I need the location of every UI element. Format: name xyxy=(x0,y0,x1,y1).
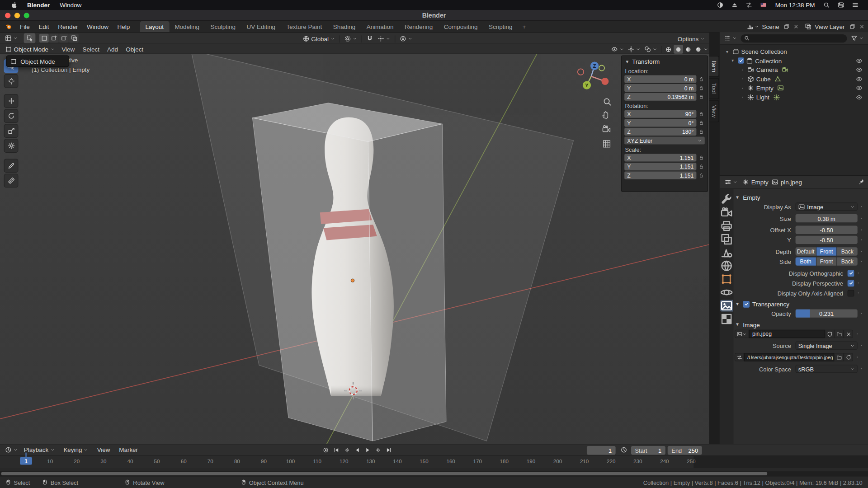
display-as-dropdown[interactable]: Image xyxy=(796,202,858,211)
mode-dropdown[interactable]: Object Mode xyxy=(2,45,58,54)
collection-checkbox[interactable] xyxy=(738,58,744,64)
workspace-tab-shading[interactable]: Shading xyxy=(327,21,361,32)
image-panel-header[interactable]: ▼Image xyxy=(735,319,866,330)
transparency-panel-header[interactable]: ▼Transparency xyxy=(735,299,866,309)
depth-option-back[interactable]: Back xyxy=(837,247,858,255)
outliner-row-light[interactable]: Light xyxy=(721,93,867,102)
camera-data-icon[interactable] xyxy=(782,66,788,73)
key-next-button[interactable] xyxy=(374,446,383,455)
outliner-row-cube[interactable]: Cube xyxy=(721,75,867,84)
perspective-toggle-icon[interactable] xyxy=(604,141,610,147)
gizmo-y-negative[interactable] xyxy=(599,65,604,70)
view-layer-selector[interactable]: View Layer xyxy=(805,23,866,31)
empty-panel-header[interactable]: ▼Empty xyxy=(735,192,866,202)
fake-user-button[interactable] xyxy=(825,330,834,338)
workspace-tab-uv-editing[interactable]: UV Editing xyxy=(241,21,281,32)
light-data-icon[interactable] xyxy=(773,94,780,101)
properties-tab-view-layer[interactable] xyxy=(720,234,733,245)
remove-view-layer-button[interactable] xyxy=(858,23,866,31)
select-extend-button[interactable] xyxy=(49,34,59,43)
breadcrumb-object[interactable]: Empty xyxy=(742,179,769,186)
image-name-field[interactable]: pin.jpeg xyxy=(749,330,825,338)
viewport-menu-object[interactable]: Object xyxy=(122,46,147,52)
shading-wireframe-button[interactable] xyxy=(664,45,673,54)
location-y-field[interactable]: Y0 m xyxy=(624,84,696,92)
viewport-menu-view[interactable]: View xyxy=(58,46,79,52)
select-set-button[interactable] xyxy=(39,34,49,43)
workspace-tab-layout[interactable]: Layout xyxy=(140,21,169,32)
location-x-field[interactable]: X0 m xyxy=(624,75,696,83)
cursor-tool[interactable] xyxy=(4,74,19,88)
outliner-row-empty[interactable]: Empty xyxy=(721,84,867,93)
outliner-row-collection[interactable]: ▾Collection xyxy=(721,56,867,65)
pivot-point-dropdown[interactable] xyxy=(343,34,359,44)
snap-settings-dropdown[interactable] xyxy=(376,34,392,44)
outliner-search-input[interactable] xyxy=(741,34,847,42)
snap-toggle-button[interactable] xyxy=(365,34,375,44)
filepath-field[interactable]: /Users/jubarajsengupta/Desktop/pin.jpeg xyxy=(744,353,835,361)
properties-tab-render[interactable] xyxy=(720,207,733,219)
menu-bar-clock[interactable]: Mon 12:38 PM xyxy=(771,2,819,9)
depth-option-default[interactable]: Default xyxy=(796,247,816,255)
new-view-layer-button[interactable] xyxy=(848,23,856,31)
new-scene-button[interactable] xyxy=(783,23,791,31)
spotlight-search-icon[interactable] xyxy=(819,2,834,9)
properties-tab-scene[interactable] xyxy=(720,247,733,258)
annotate-tool[interactable] xyxy=(4,159,19,173)
scale-tool[interactable] xyxy=(4,124,19,138)
zoom-icon[interactable] xyxy=(604,99,610,105)
offset-x-field[interactable]: -0.50 xyxy=(796,226,858,234)
proportional-editing-dropdown[interactable] xyxy=(398,34,414,44)
scale-x-field[interactable]: X1.151 xyxy=(624,154,696,161)
3d-scene[interactable]: Z Y xyxy=(0,54,709,444)
eye-icon[interactable] xyxy=(856,57,863,64)
add-workspace-button[interactable]: + xyxy=(518,21,530,32)
source-dropdown[interactable]: Single Image xyxy=(796,342,858,350)
side-option-back[interactable]: Back xyxy=(837,257,858,265)
eye-icon[interactable] xyxy=(856,75,863,82)
play-r-button[interactable] xyxy=(363,446,373,455)
shading-solid-button[interactable] xyxy=(674,45,683,54)
shading-material-button[interactable] xyxy=(684,45,693,54)
outliner-display-mode-dropdown[interactable] xyxy=(722,33,739,43)
rotation-y-field[interactable]: Y0° xyxy=(624,119,696,127)
size-field[interactable]: 0.38 m xyxy=(796,214,858,222)
move-tool[interactable] xyxy=(4,94,19,108)
current-frame-field[interactable]: 1 xyxy=(587,446,616,455)
properties-tab-tool[interactable] xyxy=(720,194,733,206)
menu-help[interactable]: Help xyxy=(113,21,134,32)
macos-window-menu[interactable]: Window xyxy=(55,0,86,10)
reload-image-button[interactable] xyxy=(735,353,744,361)
display-accessibility-icon[interactable] xyxy=(713,2,728,9)
skip-start-button[interactable] xyxy=(331,446,341,455)
rotation-x-field[interactable]: X90° xyxy=(624,110,696,118)
rotation-z-field[interactable]: Z180° xyxy=(624,128,696,136)
lock-open-icon[interactable] xyxy=(698,173,705,178)
sidecar-icon[interactable] xyxy=(742,2,756,9)
outliner-filter-button[interactable] xyxy=(849,33,865,43)
browse-file-button[interactable] xyxy=(834,353,844,361)
measure-tool[interactable] xyxy=(4,174,19,188)
lock-open-icon[interactable] xyxy=(698,155,705,160)
options-dropdown[interactable]: Options xyxy=(676,34,706,44)
outliner-row-scene-collection[interactable]: ▾Scene Collection xyxy=(721,47,867,56)
mode-dropdown-item[interactable]: Object Mode xyxy=(20,58,55,65)
menu-edit[interactable]: Edit xyxy=(34,21,54,32)
skip-end-button[interactable] xyxy=(384,446,394,455)
sidebar-tab-tool[interactable]: Tool xyxy=(709,78,719,99)
properties-tab-world[interactable] xyxy=(720,260,733,272)
play-l-button[interactable] xyxy=(353,446,362,455)
checkbox-display-perspective[interactable] xyxy=(848,280,854,286)
gizmos-dropdown[interactable] xyxy=(626,44,642,54)
delete-scene-button[interactable] xyxy=(792,23,800,31)
start-frame-field[interactable]: Start1 xyxy=(631,446,665,455)
gizmo-x-negative[interactable] xyxy=(578,69,584,75)
scale-z-field[interactable]: Z1.151 xyxy=(624,172,696,179)
color-space-dropdown[interactable]: sRGB xyxy=(796,365,858,373)
transform-panel-header[interactable]: ▼Transform xyxy=(624,57,705,66)
checkbox-display-orthographic[interactable] xyxy=(848,270,854,277)
eye-icon[interactable] xyxy=(856,85,863,92)
timeline-menu-keying[interactable]: Keying xyxy=(59,446,93,453)
eject-icon[interactable] xyxy=(728,2,742,9)
workspace-tab-scripting[interactable]: Scripting xyxy=(483,21,518,32)
